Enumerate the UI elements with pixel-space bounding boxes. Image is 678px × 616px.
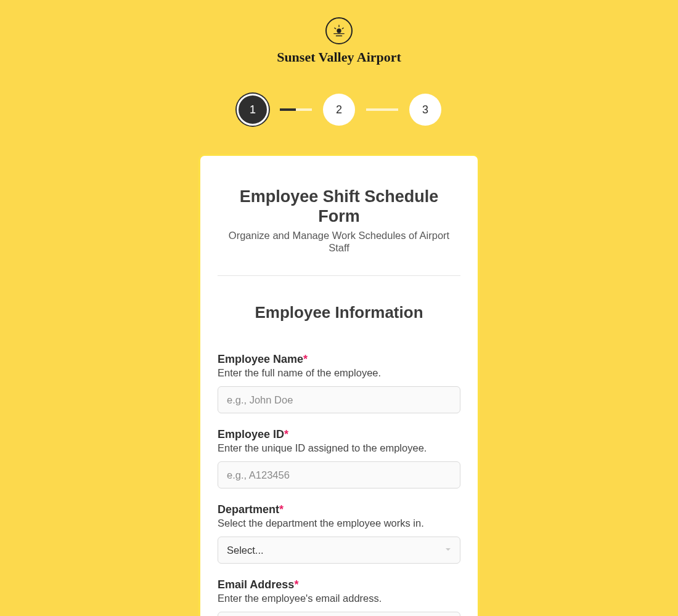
- step-3[interactable]: 3: [409, 94, 441, 126]
- sun-haze-icon: [332, 24, 346, 38]
- email-help: Enter the employee's email address.: [218, 593, 460, 604]
- section-title: Employee Information: [218, 303, 460, 322]
- department-label: Department*: [218, 503, 460, 516]
- employee-name-help: Enter the full name of the employee.: [218, 367, 460, 379]
- required-marker: *: [303, 353, 308, 365]
- brand-logo-icon: [325, 17, 353, 44]
- form-card: Employee Shift Schedule Form Organize an…: [198, 154, 480, 616]
- field-employee-id: Employee ID* Enter the unique ID assigne…: [218, 428, 460, 488]
- email-label: Email Address*: [218, 578, 460, 591]
- email-input[interactable]: [218, 612, 460, 616]
- department-help: Select the department the employee works…: [218, 517, 460, 529]
- step-connector-1-2: [280, 108, 312, 111]
- label-text: Employee ID: [218, 428, 284, 440]
- field-email: Email Address* Enter the employee's emai…: [218, 578, 460, 616]
- field-employee-name: Employee Name* Enter the full name of th…: [218, 353, 460, 413]
- stepper: 1 2 3: [237, 94, 441, 126]
- svg-line-3: [342, 28, 343, 28]
- employee-name-input[interactable]: [218, 386, 460, 413]
- required-marker: *: [279, 503, 284, 516]
- employee-id-help: Enter the unique ID assigned to the empl…: [218, 442, 460, 454]
- form-title: Employee Shift Schedule Form: [218, 187, 460, 227]
- required-marker: *: [284, 428, 288, 440]
- label-text: Email Address: [218, 578, 294, 591]
- step-1[interactable]: 1: [237, 94, 269, 126]
- department-select[interactable]: Select...: [218, 537, 460, 564]
- field-department: Department* Select the department the em…: [218, 503, 460, 564]
- label-text: Employee Name: [218, 353, 303, 365]
- form-subtitle: Organize and Manage Work Schedules of Ai…: [218, 229, 460, 254]
- required-marker: *: [294, 578, 298, 591]
- employee-name-label: Employee Name*: [218, 353, 460, 366]
- svg-point-0: [337, 28, 341, 33]
- step-2[interactable]: 2: [323, 94, 355, 126]
- employee-id-label: Employee ID*: [218, 428, 460, 441]
- brand-title: Sunset Valley Airport: [277, 49, 401, 65]
- svg-line-2: [335, 28, 336, 28]
- label-text: Department: [218, 503, 279, 516]
- employee-id-input[interactable]: [218, 461, 460, 488]
- step-connector-2-3: [366, 108, 398, 111]
- divider: [218, 275, 460, 276]
